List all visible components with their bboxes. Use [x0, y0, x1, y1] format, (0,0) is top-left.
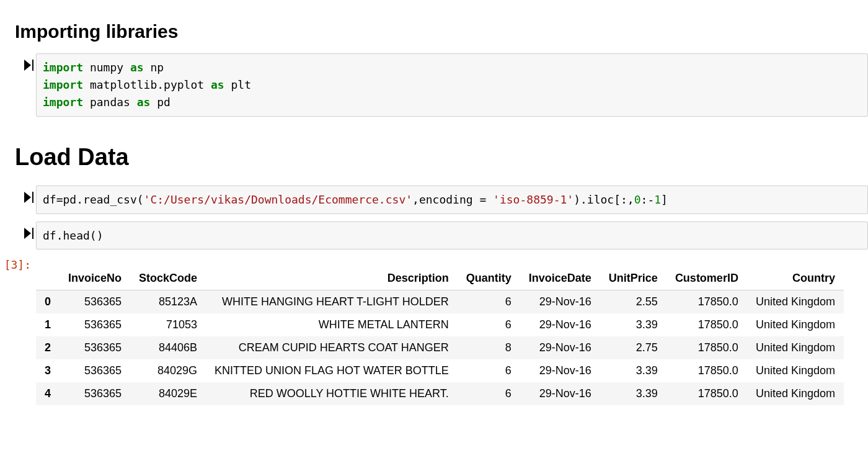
code-token: = [56, 193, 63, 206]
table-cell: 29-Nov-16 [520, 313, 600, 336]
table-column-header: CustomerID [666, 267, 747, 290]
table-cell: 29-Nov-16 [520, 359, 600, 382]
table-cell: 71053 [130, 313, 206, 336]
code-token: np [150, 61, 164, 74]
table-cell: 29-Nov-16 [520, 290, 600, 314]
code-cell-3: df.head() [0, 222, 868, 250]
table-cell: 84029G [130, 359, 206, 382]
table-cell: 17850.0 [666, 359, 747, 382]
run-icon [24, 228, 31, 239]
table-body: 053636585123AWHITE HANGING HEART T-LIGHT… [36, 290, 844, 406]
code-input-3[interactable]: df.head() [36, 222, 868, 250]
table-cell: 3.39 [600, 359, 666, 382]
table-cell: 17850.0 [666, 290, 747, 314]
run-cell-button[interactable] [0, 186, 36, 203]
table-cell: WHITE METAL LANTERN [206, 313, 458, 336]
output-prompt-label: [3]: [0, 257, 36, 271]
table-cell: 2.75 [600, 336, 666, 359]
code-cell-2: df=pd.read_csv('C:/Users/vikas/Downloads… [0, 186, 868, 214]
table-row: 253636584406BCREAM CUPID HEARTS COAT HAN… [36, 336, 844, 359]
code-token: ,encoding = [412, 193, 493, 206]
table-cell: 85123A [130, 290, 206, 314]
table-cell: 536365 [60, 359, 130, 382]
run-cell-button[interactable] [0, 222, 36, 239]
code-token: as [137, 96, 151, 109]
run-icon [24, 60, 31, 71]
code-token: 'iso-8859-1' [493, 193, 574, 206]
table-cell: 17850.0 [666, 382, 747, 405]
code-input-2[interactable]: df=pd.read_csv('C:/Users/vikas/Downloads… [36, 186, 868, 214]
code-cell-1: import numpy as np import matplotlib.pyp… [0, 53, 868, 117]
heading-importing: Importing libraries [15, 21, 868, 42]
table-cell: KNITTED UNION FLAG HOT WATER BOTTLE [206, 359, 458, 382]
table-cell: 3.39 [600, 382, 666, 405]
table-row: 353636584029GKNITTED UNION FLAG HOT WATE… [36, 359, 844, 382]
table-header-row: InvoiceNoStockCodeDescriptionQuantityInv… [36, 267, 844, 290]
run-icon [24, 192, 31, 203]
table-row-index: 4 [36, 382, 60, 405]
code-token: pandas [90, 96, 130, 109]
table-column-header: InvoiceDate [520, 267, 600, 290]
table-cell: 536365 [60, 382, 130, 405]
code-token: as [130, 61, 144, 74]
output-cell-3: [3]: InvoiceNoStockCodeDescriptionQuanti… [0, 257, 868, 405]
table-cell: United Kingdom [747, 290, 844, 314]
table-column-header: Country [747, 267, 844, 290]
heading-load-data: Load Data [15, 144, 868, 171]
table-cell: United Kingdom [747, 359, 844, 382]
table-cell: 84029E [130, 382, 206, 405]
code-token: pd.read_csv( [63, 193, 144, 206]
code-token: pd [157, 96, 170, 109]
code-token: numpy [90, 61, 123, 74]
table-cell: 6 [458, 359, 520, 382]
table-row: 453636584029ERED WOOLLY HOTTIE WHITE HEA… [36, 382, 844, 405]
table-row-index: 3 [36, 359, 60, 382]
code-token: as [211, 78, 224, 91]
output-body: InvoiceNoStockCodeDescriptionQuantityInv… [36, 257, 868, 405]
table-cell: RED WOOLLY HOTTIE WHITE HEART. [206, 382, 458, 405]
table-cell: 536365 [60, 336, 130, 359]
table-column-header: UnitPrice [600, 267, 666, 290]
table-cell: 6 [458, 313, 520, 336]
code-token: df [43, 193, 56, 206]
table-cell: 6 [458, 290, 520, 314]
table-cell: 29-Nov-16 [520, 336, 600, 359]
table-column-header: StockCode [130, 267, 206, 290]
table-cell: 29-Nov-16 [520, 382, 600, 405]
table-cell: CREAM CUPID HEARTS COAT HANGER [206, 336, 458, 359]
table-row-index: 1 [36, 313, 60, 336]
code-token: : [641, 193, 648, 206]
table-row-index: 0 [36, 290, 60, 314]
dataframe-table: InvoiceNoStockCodeDescriptionQuantityInv… [36, 267, 844, 405]
run-cell-button[interactable] [0, 53, 36, 71]
table-cell: 17850.0 [666, 313, 747, 336]
code-token: 0 [634, 193, 641, 206]
table-column-header: Quantity [458, 267, 520, 290]
code-token: - [647, 193, 654, 206]
code-token: ] [661, 193, 668, 206]
table-cell: 3.39 [600, 313, 666, 336]
table-row: 053636585123AWHITE HANGING HEART T-LIGHT… [36, 290, 844, 314]
table-cell: 8 [458, 336, 520, 359]
table-cell: 2.55 [600, 290, 666, 314]
table-row: 153636571053WHITE METAL LANTERN629-Nov-1… [36, 313, 844, 336]
table-cell: 536365 [60, 313, 130, 336]
code-token: 1 [654, 193, 661, 206]
table-cell: WHITE HANGING HEART T-LIGHT HOLDER [206, 290, 458, 314]
code-token: import [43, 61, 83, 74]
table-cell: 536365 [60, 290, 130, 314]
table-column-header: Description [206, 267, 458, 290]
table-index-header [36, 267, 60, 290]
table-cell: United Kingdom [747, 382, 844, 405]
table-cell: United Kingdom [747, 336, 844, 359]
notebook: Importing libraries import numpy as np i… [0, 0, 868, 430]
code-token: import [43, 96, 83, 109]
code-token: matplotlib.pyplot [90, 78, 204, 91]
code-token: df.head() [43, 229, 104, 242]
table-cell: 6 [458, 382, 520, 405]
code-token: 'C:/Users/vikas/Downloads/Ecommerce.csv' [144, 193, 412, 206]
code-token: import [43, 78, 83, 91]
table-column-header: InvoiceNo [60, 267, 130, 290]
table-row-index: 2 [36, 336, 60, 359]
code-input-1[interactable]: import numpy as np import matplotlib.pyp… [36, 53, 868, 117]
